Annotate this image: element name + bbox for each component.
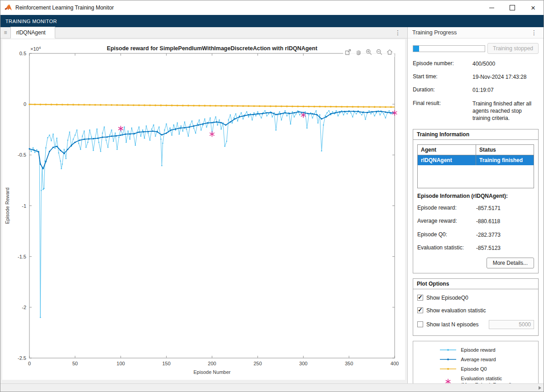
duration-row: Duration: 01:19:07	[413, 86, 539, 94]
episode-reward-row: Episode reward: -857.5171	[417, 205, 534, 212]
episode-q0-row: Episode Q0: -282.3773	[417, 231, 534, 239]
zoom-in-icon[interactable]	[365, 48, 373, 56]
legend-episode-q0-sample	[439, 366, 457, 372]
chart-panel: 0501001502002503003504000.50-0.5-1-1.5-2…	[0, 38, 408, 383]
training-information-group: Training Information Agent Status rlDQNA…	[413, 129, 539, 273]
plot-options-group: Plot Options Show EpisodeQ0 Show evaluat…	[413, 278, 539, 336]
plot-options-title: Plot Options	[413, 279, 538, 289]
svg-text:200: 200	[208, 361, 216, 366]
title-bar: Reinforcement Learning Training Monitor …	[0, 0, 544, 15]
toolstrip-tab-training-monitor[interactable]: TRAINING MONITOR	[5, 19, 57, 24]
start-time-value: 19-Nov-2024 17:43:28	[472, 73, 539, 81]
show-evaluation-statistic-row: Show evaluation statistic	[417, 307, 534, 314]
document-tab-strip: ≡ rlDQNAgent ⋮	[0, 27, 408, 38]
svg-text:-1.5: -1.5	[18, 254, 26, 259]
bottom-scrollbar[interactable]	[0, 383, 544, 392]
show-last-n-episodes-label: Show last N episodes	[426, 321, 478, 328]
maximize-button[interactable]	[502, 0, 523, 15]
show-last-n-episodes-checkbox[interactable]	[417, 321, 423, 327]
start-time-row: Start time: 19-Nov-2024 17:43:28	[413, 73, 539, 81]
training-progress-kebab-icon[interactable]: ⋮	[531, 29, 537, 36]
svg-text:Episode Reward: Episode Reward	[5, 187, 10, 224]
minimize-button[interactable]	[481, 0, 502, 15]
tab-rldqnagent[interactable]: rlDQNAgent	[10, 27, 55, 38]
episode-reward-value: -857.5171	[476, 205, 534, 212]
duration-value: 01:19:07	[472, 86, 539, 94]
show-evaluation-statistic-checkbox[interactable]	[417, 307, 423, 313]
svg-text:×104: ×104	[30, 46, 41, 52]
episode-q0-label: Episode Q0:	[417, 231, 476, 239]
svg-text:Episode Number: Episode Number	[194, 369, 231, 375]
svg-text:Episode reward for SimplePendl: Episode reward for SimplePendlumWithImag…	[107, 45, 318, 52]
svg-text:-0.5: -0.5	[18, 152, 26, 158]
episode-reward-chart[interactable]: 0501001502002503003504000.50-0.5-1-1.5-2…	[2, 39, 405, 380]
table-empty-area	[418, 165, 534, 188]
svg-text:250: 250	[253, 361, 262, 366]
legend-episode-reward: Episode reward	[439, 347, 512, 353]
tab-label: rlDQNAgent	[16, 29, 46, 36]
legend-average-reward-sample	[439, 356, 457, 363]
svg-text:400: 400	[391, 361, 399, 366]
episode-number-row: Episode number: 400/5000	[413, 60, 539, 67]
more-details-row: More Details...	[417, 258, 534, 268]
more-details-button[interactable]: More Details...	[487, 258, 534, 268]
show-last-n-episodes-row: Show last N episodes	[417, 320, 534, 329]
average-reward-value: -880.6118	[476, 218, 534, 225]
final-result-label: Final result:	[413, 100, 472, 122]
chart-legend: Episode reward Average reward Episode Q0…	[413, 341, 539, 383]
axes-toolbar	[343, 48, 395, 57]
agent-status-table: Agent Status rlDQNAgent Training finishe…	[417, 144, 534, 188]
status-column-header: Status	[476, 145, 534, 155]
main-area: 0501001502002503003504000.50-0.5-1-1.5-2…	[0, 38, 544, 383]
episode-q0-value: -282.3773	[476, 231, 534, 239]
pan-icon[interactable]	[354, 48, 363, 56]
scroll-right-icon[interactable]	[539, 386, 541, 390]
table-header-row: Agent Status	[418, 145, 534, 155]
tab-row: ≡ rlDQNAgent ⋮ Training Progress ⋮	[0, 27, 544, 38]
show-episodeq0-label: Show EpisodeQ0	[426, 295, 468, 301]
svg-text:50: 50	[72, 361, 78, 366]
legend-evaluation-statistic-sample	[439, 377, 457, 383]
training-stopped-button[interactable]: Training stopped	[487, 43, 539, 54]
window-title: Reinforcement Learning Training Monitor	[15, 5, 114, 11]
app-window: Reinforcement Learning Training Monitor …	[0, 0, 544, 392]
panel-menu-icon[interactable]: ≡	[0, 29, 10, 36]
figure: 0501001502002503003504000.50-0.5-1-1.5-2…	[2, 39, 405, 380]
svg-text:0.5: 0.5	[19, 51, 26, 56]
svg-text:0: 0	[28, 361, 31, 366]
evaluation-statistic-row: Evaluation statistic: -857.5123	[417, 244, 534, 252]
training-information-title: Training Information	[413, 129, 538, 140]
chart-panel-kebab-icon[interactable]: ⋮	[395, 29, 401, 36]
legend-episode-q0-label: Episode Q0	[461, 366, 487, 372]
window-controls: ×	[481, 0, 544, 15]
legend-evaluation-statistic-label: Evaluation statistic (MeanEpisodeReward)	[461, 375, 512, 383]
close-button[interactable]: ×	[523, 0, 544, 15]
legend-evaluation-statistic: Evaluation statistic (MeanEpisodeReward)	[439, 375, 512, 383]
n-episodes-input[interactable]	[489, 320, 534, 329]
svg-text:-2.5: -2.5	[18, 355, 26, 361]
show-episodeq0-row: Show EpisodeQ0	[417, 295, 534, 301]
final-result-value: Training finished after all agents reach…	[472, 100, 539, 122]
episode-reward-label: Episode reward:	[417, 205, 476, 212]
legend-episode-reward-sample	[439, 347, 457, 353]
export-icon[interactable]	[344, 48, 352, 56]
training-progress-header: Training Progress ⋮	[408, 27, 544, 38]
final-result-row: Final result: Training finished after al…	[413, 100, 539, 122]
average-reward-label: Average reward:	[417, 218, 476, 225]
svg-text:100: 100	[117, 361, 125, 366]
maximize-icon	[510, 5, 515, 10]
matlab-logo-icon	[4, 4, 12, 11]
table-row[interactable]: rlDQNAgent Training finished	[418, 155, 534, 165]
svg-text:150: 150	[162, 361, 170, 366]
show-episodeq0-checkbox[interactable]	[417, 295, 423, 301]
progress-row: Training stopped	[413, 43, 539, 54]
episode-information-title: Episode Information (rlDQNAgent):	[417, 193, 534, 199]
close-icon: ×	[531, 4, 535, 12]
svg-text:-1: -1	[22, 203, 26, 209]
training-progress-panel: Training stopped Episode number: 400/500…	[408, 38, 544, 383]
evaluation-statistic-value: -857.5123	[476, 244, 534, 252]
restore-view-icon[interactable]	[386, 48, 394, 56]
zoom-out-icon[interactable]	[375, 48, 383, 56]
svg-text:0: 0	[24, 101, 26, 107]
episode-number-label: Episode number:	[413, 60, 472, 67]
